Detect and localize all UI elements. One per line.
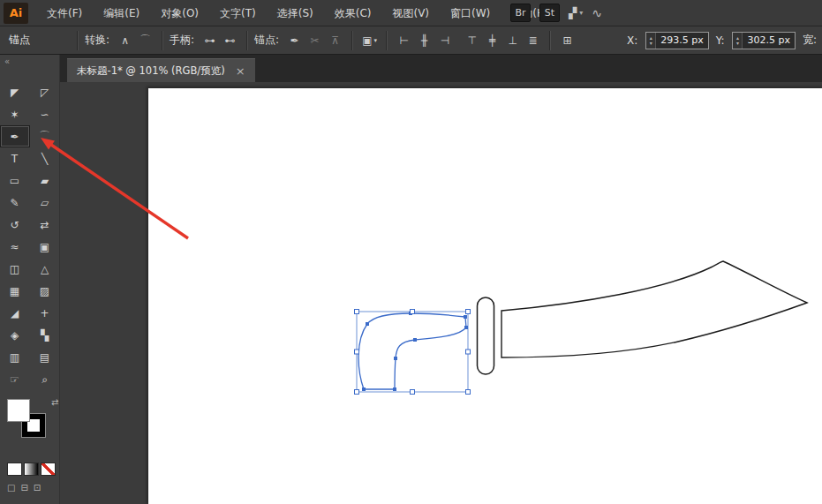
collapse-panel-icon[interactable]: « — [0, 55, 59, 81]
paintbrush-tool[interactable]: ▰ — [30, 169, 60, 192]
delete-anchor-icon[interactable]: ✒ — [284, 32, 305, 49]
symbol-sprayer-tool[interactable]: ▚ — [30, 324, 60, 346]
align-right-icon[interactable]: ⊣ — [434, 32, 455, 49]
curvature-tool[interactable]: ⌒ — [30, 125, 60, 147]
measure-tool[interactable]: + — [30, 302, 60, 324]
draw-inside-button[interactable]: ⊡ — [34, 483, 41, 493]
document-tab-bar: 未标题-1* @ 101% (RGB/预览) × — [60, 55, 822, 82]
handles-label: 手柄: — [170, 33, 194, 48]
illustrator-window: Ai 文件(F) 编辑(E) 对象(O) 文字(T) 选择(S) 效果(C) 视… — [0, 0, 822, 504]
menu-object[interactable]: 对象(O) — [150, 0, 209, 26]
free-transform-tool[interactable]: ▣ — [30, 236, 60, 258]
convert-label: 转换: — [85, 33, 109, 48]
document-tab-title: 未标题-1* @ 101% (RGB/预览) — [77, 64, 225, 78]
stock-button[interactable]: St — [539, 4, 560, 22]
workspace-icon: ▞ — [569, 7, 577, 19]
show-handles-icon[interactable]: ⊶ — [200, 32, 220, 49]
rectangle-tool[interactable]: ▭ — [0, 169, 30, 192]
tools-grid: ◤ ◸ ✶ ∽ ✒ ⌒ T ╲ ▭ ▰ ✎ ▱ ↺ ⇄ ≈ ▣ ◫ △ ▦ ▨ … — [0, 81, 59, 390]
pencil-tool[interactable]: ✎ — [0, 192, 30, 214]
x-value[interactable]: 293.5 px — [656, 33, 707, 49]
y-stepper[interactable]: ▴ ▾ — [733, 33, 743, 49]
tools-panel: « ◤ ◸ ✶ ∽ ✒ ⌒ T ╲ ▭ ▰ ✎ ▱ ↺ ⇄ ≈ ▣ ◫ △ ▦ … — [0, 55, 60, 504]
none-button[interactable] — [41, 463, 56, 476]
direct-selection-tool[interactable]: ◸ — [30, 81, 60, 103]
hand-tool[interactable]: ☞ — [0, 368, 30, 390]
menu-select[interactable]: 选择(S) — [267, 0, 324, 26]
anchors-label: 锚点: — [254, 33, 279, 48]
align-middle-icon[interactable]: ╪ — [482, 32, 502, 49]
shape-builder-tool[interactable]: ◫ — [0, 258, 30, 280]
menu-edit[interactable]: 编辑(E) — [93, 0, 150, 26]
fill-color-swatch[interactable] — [7, 399, 30, 422]
convert-smooth-icon[interactable]: ⌒ — [135, 32, 155, 49]
gradient-button[interactable] — [24, 463, 39, 476]
gradient-tool[interactable]: ▨ — [30, 280, 60, 302]
pen-tool[interactable]: ✒ — [0, 125, 30, 147]
color-mode-buttons — [7, 463, 59, 476]
separator — [386, 31, 388, 50]
artboard[interactable] — [148, 88, 822, 504]
color-swatches: ⇄ — [7, 399, 48, 440]
draw-normal-button[interactable]: □ — [7, 483, 15, 493]
artboard-tool[interactable]: ▤ — [30, 346, 60, 368]
mesh-tool[interactable]: ▦ — [0, 280, 30, 302]
type-tool[interactable]: T — [0, 147, 30, 169]
align-to-icon: ▣ — [362, 34, 372, 47]
align-top-icon[interactable]: ⊤ — [462, 32, 482, 49]
y-position-field[interactable]: ▴ ▾ 302.5 px — [732, 32, 795, 49]
eyedropper-tool[interactable]: ◢ — [0, 302, 30, 324]
column-graph-tool[interactable]: ▥ — [0, 346, 30, 368]
x-position-field[interactable]: ▴ ▾ 293.5 px — [645, 32, 708, 49]
stepper-down-icon: ▾ — [646, 41, 655, 46]
draw-behind-button[interactable]: ⊟ — [20, 483, 27, 493]
width-tool[interactable]: ≈ — [0, 236, 30, 258]
width-label: 宽: — [803, 33, 817, 48]
separator — [162, 31, 163, 50]
convert-corner-icon[interactable]: ∧ — [115, 32, 135, 49]
separator — [77, 31, 79, 50]
scale-tool[interactable]: ⇄ — [30, 214, 60, 236]
distribute-icon[interactable]: ≣ — [523, 32, 543, 49]
selection-tool[interactable]: ◤ — [0, 81, 30, 103]
align-bottom-icon[interactable]: ⊥ — [502, 32, 523, 49]
bridge-button[interactable]: Br — [510, 4, 531, 22]
chevron-down-icon: ▾ — [374, 37, 378, 44]
workspace-switcher[interactable]: ▞ ▾ — [569, 7, 583, 19]
chevron-down-icon: ▾ — [579, 9, 583, 17]
sync-settings-icon[interactable]: ∿ — [592, 6, 602, 20]
separator — [351, 31, 353, 50]
line-segment-tool[interactable]: ╲ — [30, 147, 60, 169]
menu-file[interactable]: 文件(F) — [36, 0, 93, 26]
rotate-tool[interactable]: ↺ — [0, 214, 30, 236]
lasso-tool[interactable]: ∽ — [30, 103, 60, 125]
menu-effect[interactable]: 效果(C) — [324, 0, 382, 26]
magic-wand-tool[interactable]: ✶ — [0, 103, 30, 125]
align-center-icon[interactable]: ╫ — [414, 32, 434, 49]
align-left-icon[interactable]: ⊢ — [394, 32, 414, 49]
eraser-tool[interactable]: ▱ — [30, 192, 60, 214]
close-icon[interactable]: × — [236, 65, 245, 77]
menu-window[interactable]: 窗口(W) — [440, 0, 501, 26]
document-tab[interactable]: 未标题-1* @ 101% (RGB/预览) × — [67, 58, 255, 82]
x-stepper[interactable]: ▴ ▾ — [646, 33, 656, 49]
blend-tool[interactable]: ◈ — [0, 324, 30, 346]
anchor-point-panel-label: 锚点 — [9, 33, 30, 48]
hide-handles-icon[interactable]: ⊷ — [220, 32, 240, 49]
swap-colors-icon[interactable]: ⇄ — [51, 397, 58, 407]
zoom-tool[interactable]: ⌕ — [30, 368, 60, 390]
x-label: X: — [627, 34, 637, 47]
cut-path-icon[interactable]: ✂ — [305, 32, 325, 49]
y-value[interactable]: 302.5 px — [743, 33, 794, 49]
color-button[interactable] — [7, 463, 22, 476]
canvas-pasteboard[interactable] — [60, 82, 822, 504]
menu-type[interactable]: 文字(T) — [209, 0, 267, 26]
reference-point-icon[interactable]: ⊞ — [557, 32, 577, 49]
connect-path-icon[interactable]: ⊼ — [325, 32, 345, 49]
menu-view[interactable]: 视图(V) — [381, 0, 440, 26]
y-label: Y: — [716, 34, 725, 47]
app-logo-icon: Ai — [4, 3, 28, 24]
align-to-dropdown[interactable]: ▣▾ — [359, 32, 380, 49]
perspective-grid-tool[interactable]: △ — [30, 258, 60, 280]
separator — [246, 31, 248, 50]
